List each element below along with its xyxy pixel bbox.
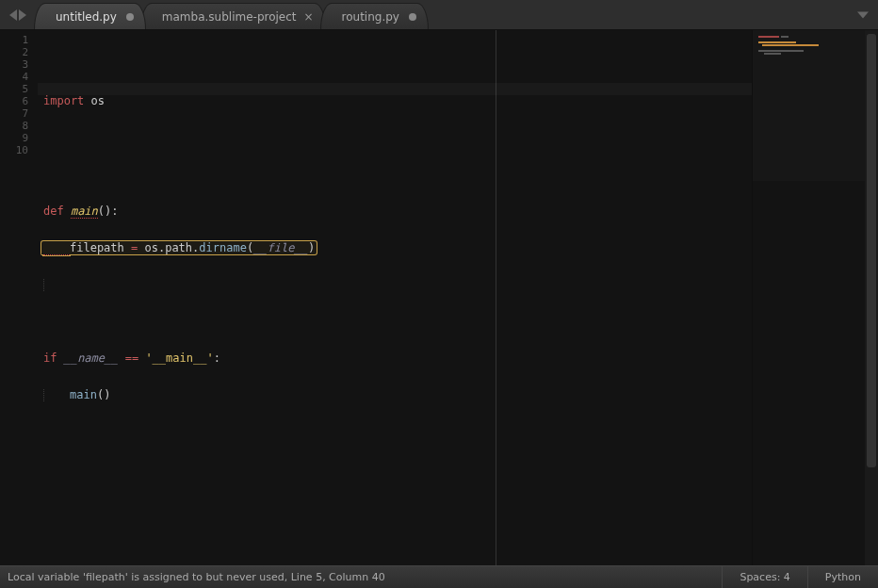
code-token: : bbox=[214, 351, 220, 365]
line-number: 8 bbox=[0, 120, 38, 132]
tab-nav-next-icon[interactable] bbox=[19, 9, 28, 21]
dirty-indicator-icon bbox=[409, 13, 416, 21]
code-token: main bbox=[70, 388, 97, 401]
tab-nav-prev-icon[interactable] bbox=[8, 9, 17, 21]
code-token: path bbox=[165, 241, 192, 254]
tab-untitled[interactable]: untitled.py bbox=[34, 3, 146, 29]
minimap-line bbox=[758, 36, 779, 38]
line-number: 7 bbox=[0, 107, 38, 120]
minimap-line bbox=[781, 36, 789, 38]
line-number: 3 bbox=[0, 58, 38, 71]
minimap-line bbox=[758, 50, 804, 52]
minimap-line bbox=[762, 44, 819, 46]
code-token: __file__ bbox=[253, 241, 308, 254]
lint-highlight-box: filepath = os.path.dirname(__file__) bbox=[41, 241, 317, 254]
status-bar: Local variable 'filepath' is assigned to… bbox=[0, 565, 878, 588]
code-token: = bbox=[124, 241, 145, 254]
indent-guide bbox=[43, 279, 44, 291]
tab-overflow-menu-icon[interactable] bbox=[857, 11, 869, 18]
minimap-line bbox=[764, 53, 781, 55]
line-number: 6 bbox=[0, 95, 38, 107]
code-token: if bbox=[43, 351, 57, 365]
line-number: 1 bbox=[0, 34, 38, 46]
close-icon[interactable]: × bbox=[303, 10, 313, 24]
column-ruler bbox=[496, 30, 496, 565]
tab-label: untitled.py bbox=[56, 10, 117, 24]
code-token: == bbox=[118, 351, 145, 365]
status-syntax[interactable]: Python bbox=[807, 566, 878, 588]
line-number: 9 bbox=[0, 132, 38, 144]
current-line-highlight bbox=[38, 83, 752, 95]
indent-guide bbox=[43, 389, 44, 401]
tab-project[interactable]: mamba.sublime-project × bbox=[140, 3, 326, 29]
tab-bar: untitled.py mamba.sublime-project × rout… bbox=[0, 0, 878, 30]
code-token: ) bbox=[308, 241, 315, 254]
tab-label: mamba.sublime-project bbox=[162, 10, 297, 24]
code-token: __name__ bbox=[64, 351, 119, 365]
code-token: os bbox=[91, 94, 105, 107]
code-token: () bbox=[97, 388, 110, 401]
line-number: 5 bbox=[0, 83, 38, 95]
code-token: import bbox=[43, 94, 84, 107]
scrollbar-thumb[interactable] bbox=[867, 34, 876, 467]
tab-label: routing.py bbox=[342, 10, 399, 24]
code-token: dirname bbox=[199, 241, 247, 254]
code-token: '__main__' bbox=[145, 351, 213, 365]
status-message: Local variable 'filepath' is assigned to… bbox=[0, 571, 722, 583]
code-token: def bbox=[43, 204, 64, 218]
code-token: filepath bbox=[70, 241, 124, 255]
code-token: () bbox=[98, 204, 111, 218]
code-token: : bbox=[111, 204, 118, 218]
editor-area: 1 2 3 4 5 6 7 8 9 10 import os def main(… bbox=[0, 30, 878, 565]
line-number: 10 bbox=[0, 144, 38, 156]
tab-routing[interactable]: routing.py bbox=[320, 3, 429, 29]
code-editor[interactable]: import os def main(): filepath = os.path… bbox=[38, 30, 752, 565]
line-number-gutter: 1 2 3 4 5 6 7 8 9 10 bbox=[0, 30, 38, 565]
minimap[interactable] bbox=[752, 30, 865, 565]
line-number: 4 bbox=[0, 71, 38, 83]
editor-window: untitled.py mamba.sublime-project × rout… bbox=[0, 0, 878, 588]
code-token: main bbox=[71, 204, 98, 219]
minimap-line bbox=[758, 41, 796, 43]
vertical-scrollbar[interactable] bbox=[865, 30, 878, 565]
line-number: 2 bbox=[0, 46, 38, 58]
dirty-indicator-icon bbox=[126, 13, 134, 21]
code-token: os bbox=[144, 241, 157, 254]
status-indent[interactable]: Spaces: 4 bbox=[722, 566, 806, 588]
tab-nav-arrows bbox=[4, 0, 34, 29]
